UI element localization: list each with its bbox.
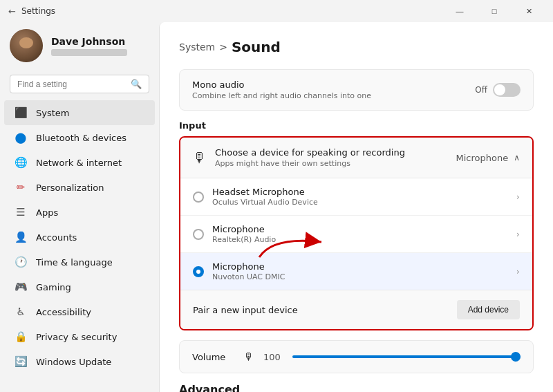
choose-device-left: 🎙 Choose a device for speaking or record… <box>193 147 405 168</box>
sidebar-item-label-privacy: Privacy & security <box>36 332 117 342</box>
app-container: Dave Johnson 🔍 ⬛ System ⬤ Bluetooth & de… <box>0 22 553 392</box>
choose-device-info: Choose a device for speaking or recordin… <box>215 147 405 168</box>
sidebar-item-update[interactable]: 🔄 Windows Update <box>4 349 155 374</box>
maximize-button[interactable]: □ <box>478 4 510 18</box>
system-icon: ⬛ <box>14 106 28 120</box>
volume-label: Volume <box>192 352 234 362</box>
title-bar-left: ← Settings <box>8 6 55 17</box>
sidebar-item-label-bluetooth: Bluetooth & devices <box>36 133 126 143</box>
slider-thumb <box>511 352 521 362</box>
bluetooth-icon: ⬤ <box>14 131 28 144</box>
toggle-label-off: Off <box>475 85 487 95</box>
minimize-button[interactable]: — <box>444 4 476 18</box>
device-info-1: Microphone Realtek(R) Audio <box>212 224 276 244</box>
volume-row: Volume 🎙 100 <box>180 341 533 373</box>
device-row-1[interactable]: Microphone Realtek(R) Audio › <box>180 215 532 252</box>
avatar-image <box>10 29 43 62</box>
slider-track <box>292 355 521 358</box>
choose-device-row[interactable]: 🎙 Choose a device for speaking or record… <box>180 138 532 178</box>
mono-audio-label: Mono audio <box>192 80 371 90</box>
device-name-0: Headset Microphone <box>212 187 318 197</box>
network-icon: 🌐 <box>14 156 28 169</box>
user-section: Dave Johnson <box>0 22 159 72</box>
choose-device-label: Choose a device for speaking or recordin… <box>215 147 405 158</box>
microphone-header-icon: 🎙 <box>193 149 207 166</box>
sidebar-item-time[interactable]: 🕐 Time & language <box>4 250 155 274</box>
sidebar-item-label-apps: Apps <box>36 207 58 218</box>
device-info-2: Microphone Nuvoton UAC DMIC <box>212 261 285 281</box>
sidebar-item-accessibility[interactable]: ♿ Accessibility <box>4 299 155 324</box>
main-wrapper: System > Sound Mono audio Combine left a… <box>159 22 553 392</box>
chevron-up-icon: ∧ <box>514 153 520 162</box>
close-button[interactable]: ✕ <box>513 4 545 18</box>
mono-audio-desc: Combine left and right audio channels in… <box>192 91 371 100</box>
advanced-heading: Advanced <box>179 383 534 392</box>
breadcrumb: System > Sound <box>179 39 534 55</box>
mono-audio-toggle[interactable] <box>493 83 521 97</box>
sidebar: Dave Johnson 🔍 ⬛ System ⬤ Bluetooth & de… <box>0 22 159 392</box>
device-sub-1: Realtek(R) Audio <box>212 235 276 244</box>
sidebar-item-bluetooth[interactable]: ⬤ Bluetooth & devices <box>4 125 155 150</box>
sidebar-item-label-accessibility: Accessibility <box>36 307 91 317</box>
device-row-left-2: Microphone Nuvoton UAC DMIC <box>193 261 285 281</box>
user-email <box>51 49 127 56</box>
device-row-0[interactable]: Headset Microphone Oculus Virtual Audio … <box>180 178 532 215</box>
chevron-right-2: › <box>516 266 520 277</box>
sidebar-item-apps[interactable]: ☰ Apps <box>4 200 155 225</box>
input-section-card: 🎙 Choose a device for speaking or record… <box>179 136 534 330</box>
search-box[interactable]: 🔍 <box>10 75 149 93</box>
breadcrumb-current: Sound <box>232 39 281 55</box>
sidebar-item-accounts[interactable]: 👤 Accounts <box>4 225 155 250</box>
device-sub-0: Oculus Virtual Audio Device <box>212 198 318 207</box>
title-bar-controls: — □ ✕ <box>444 4 545 18</box>
title-bar-title: Settings <box>21 6 55 16</box>
accounts-icon: 👤 <box>14 230 28 244</box>
sidebar-item-gaming[interactable]: 🎮 Gaming <box>4 274 155 299</box>
chevron-right-1: › <box>516 229 520 239</box>
user-name: Dave Johnson <box>51 36 149 47</box>
device-name-2: Microphone <box>212 261 285 272</box>
radio-btn-0[interactable] <box>193 192 204 203</box>
sidebar-item-label-gaming: Gaming <box>36 282 71 292</box>
personalization-icon: ✏️ <box>14 180 28 194</box>
sidebar-item-label-personalization: Personalization <box>36 183 104 193</box>
device-sub-2: Nuvoton UAC DMIC <box>212 272 285 281</box>
sidebar-item-network[interactable]: 🌐 Network & internet <box>4 150 155 175</box>
radio-btn-2[interactable] <box>193 266 204 277</box>
search-input[interactable] <box>17 80 125 89</box>
sidebar-item-label-accounts: Accounts <box>36 232 77 243</box>
gaming-icon: 🎮 <box>14 280 28 294</box>
sidebar-item-label-system: System <box>36 108 69 118</box>
sidebar-item-personalization[interactable]: ✏️ Personalization <box>4 175 155 200</box>
main-content: System > Sound Mono audio Combine left a… <box>159 22 553 392</box>
device-info-0: Headset Microphone Oculus Virtual Audio … <box>212 187 318 207</box>
privacy-icon: 🔒 <box>14 330 28 344</box>
sidebar-item-label-update: Windows Update <box>36 357 111 367</box>
avatar <box>10 29 43 62</box>
title-bar: ← Settings — □ ✕ <box>0 0 553 22</box>
volume-slider[interactable] <box>292 355 521 358</box>
time-icon: 🕐 <box>14 255 28 269</box>
sidebar-item-label-network: Network & internet <box>36 158 122 168</box>
choose-device-desc: Apps might have their own settings <box>215 159 405 168</box>
apps-icon: ☰ <box>14 205 28 219</box>
volume-card: Volume 🎙 100 <box>179 340 534 373</box>
chevron-right-0: › <box>516 192 520 202</box>
search-icon: 🔍 <box>131 79 142 89</box>
input-heading: Input <box>179 120 534 131</box>
mono-audio-card: Mono audio Combine left and right audio … <box>179 69 534 111</box>
sidebar-item-privacy[interactable]: 🔒 Privacy & security <box>4 324 155 349</box>
volume-mic-icon: 🎙 <box>243 351 254 363</box>
user-info: Dave Johnson <box>51 36 149 56</box>
back-icon[interactable]: ← <box>8 6 16 17</box>
device-row-left-0: Headset Microphone Oculus Virtual Audio … <box>193 187 318 207</box>
sidebar-item-system[interactable]: ⬛ System <box>4 100 155 125</box>
radio-btn-1[interactable] <box>193 229 204 240</box>
mono-audio-toggle-wrap: Off <box>475 83 521 97</box>
add-device-button[interactable]: Add device <box>457 300 520 319</box>
pair-label: Pair a new input device <box>193 305 298 315</box>
breadcrumb-parent[interactable]: System <box>179 41 215 53</box>
device-row-2[interactable]: Microphone Nuvoton UAC DMIC › <box>180 252 532 290</box>
volume-number: 100 <box>263 352 283 362</box>
update-icon: 🔄 <box>14 355 28 368</box>
